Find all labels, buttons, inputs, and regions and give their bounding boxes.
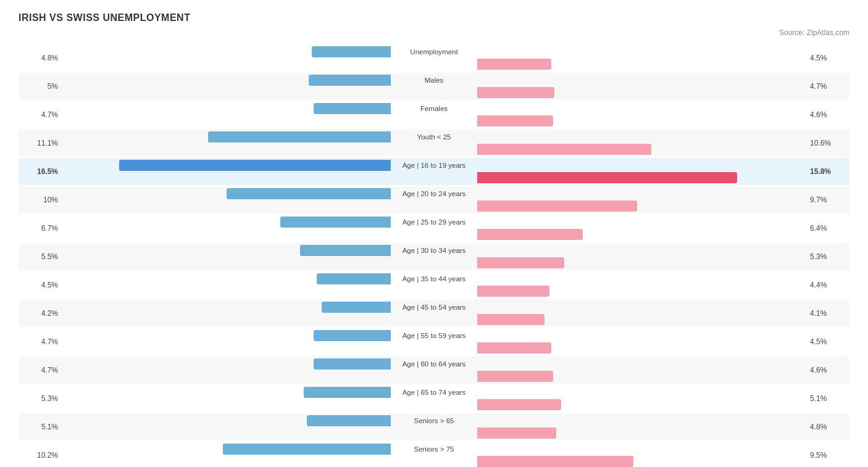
bars-area: Age | 25 to 29 years	[62, 217, 806, 240]
pink-right-wrap	[477, 428, 806, 439]
bar-label: Unemployment	[410, 48, 457, 56]
bar-pair: Age | 60 to 64 years	[62, 358, 806, 382]
chart-row: 4.7%Age | 60 to 64 years4.6%	[19, 357, 849, 384]
swiss-bar	[477, 342, 551, 353]
blue-left-wrap	[62, 444, 391, 455]
pink-right-wrap	[477, 144, 806, 155]
irish-bar	[309, 75, 391, 86]
pink-right-wrap	[477, 456, 806, 467]
swiss-bar	[477, 172, 737, 183]
blue-bar-row: Age | 65 to 74 years	[62, 387, 806, 398]
left-value: 4.2%	[19, 309, 62, 318]
pink-right-wrap	[477, 286, 806, 297]
irish-bar	[208, 131, 391, 143]
chart-row: 4.7%Age | 55 to 59 years4.5%	[19, 328, 849, 355]
bars-area: Seniors > 75	[62, 444, 806, 467]
bar-pair: Age | 65 to 74 years	[62, 387, 806, 410]
pink-bar-row	[62, 115, 806, 126]
bar-pair: Age | 25 to 29 years	[62, 217, 806, 240]
left-value: 5%	[19, 82, 62, 91]
bars-area: Youth < 25	[62, 131, 806, 155]
chart-row: 4.5%Age | 35 to 44 years4.4%	[19, 271, 849, 299]
bars-area: Age | 35 to 44 years	[62, 273, 806, 297]
pink-bar-row	[62, 144, 806, 155]
right-value: 4.4%	[806, 281, 849, 289]
blue-bar-row: Age | 55 to 59 years	[62, 330, 806, 341]
left-value: 10.2%	[19, 451, 62, 460]
pink-bar-row	[62, 229, 806, 240]
pink-bar-row	[62, 371, 806, 382]
swiss-bar	[477, 200, 637, 212]
bar-label: Age | 30 to 34 years	[403, 247, 466, 254]
blue-left-wrap	[62, 160, 391, 171]
irish-bar	[223, 444, 391, 455]
blue-left-wrap	[62, 245, 391, 256]
bars-area: Age | 16 to 19 years	[62, 160, 806, 183]
irish-bar	[304, 387, 391, 398]
bar-label: Age | 25 to 29 years	[403, 218, 466, 226]
chart-row: 4.8%Unemployment4.5%	[19, 44, 849, 72]
blue-bar-row: Age | 45 to 54 years	[62, 302, 806, 313]
irish-bar	[227, 188, 391, 199]
bar-label: Youth < 25	[417, 133, 451, 141]
bar-label: Age | 55 to 59 years	[403, 332, 466, 339]
left-value: 4.7%	[19, 337, 62, 346]
pink-right-wrap	[477, 371, 806, 382]
bars-area: Males	[62, 75, 806, 98]
irish-bar	[322, 302, 391, 313]
irish-bar	[314, 330, 391, 341]
pink-right-wrap	[477, 200, 806, 212]
pink-right-wrap	[477, 229, 806, 240]
blue-bar-row: Age | 30 to 34 years	[62, 245, 806, 256]
bars-area: Age | 45 to 54 years	[62, 302, 806, 325]
blue-bar-row: Age | 25 to 29 years	[62, 217, 806, 228]
bar-label: Age | 20 to 24 years	[403, 190, 466, 197]
chart-row: 16.5%Age | 16 to 19 years15.8%	[19, 158, 849, 185]
chart-row: 10.2%Seniors > 759.5%	[19, 442, 849, 467]
bar-pair: Age | 20 to 24 years	[62, 188, 806, 212]
blue-left-wrap	[62, 217, 391, 228]
irish-bar	[280, 217, 391, 228]
left-value: 6.7%	[19, 224, 62, 233]
right-value: 15.8%	[806, 167, 849, 176]
pink-bar-row	[62, 87, 806, 98]
bars-area: Age | 60 to 64 years	[62, 358, 806, 382]
blue-left-wrap	[62, 103, 391, 114]
right-value: 9.7%	[806, 196, 849, 204]
right-value: 4.6%	[806, 366, 849, 374]
blue-left-wrap	[62, 131, 391, 143]
right-value: 10.6%	[806, 139, 849, 147]
pink-right-wrap	[477, 87, 806, 98]
right-value: 9.5%	[806, 451, 849, 460]
blue-bar-row: Age | 35 to 44 years	[62, 273, 806, 284]
blue-left-wrap	[62, 188, 391, 199]
bar-label: Seniors > 65	[414, 417, 454, 424]
pink-bar-row	[62, 257, 806, 268]
right-value: 4.5%	[806, 337, 849, 346]
chart-row: 4.7%Females4.6%	[19, 101, 849, 128]
bar-label: Females	[420, 105, 448, 112]
bar-pair: Age | 55 to 59 years	[62, 330, 806, 353]
right-value: 6.4%	[806, 224, 849, 233]
bar-label: Age | 35 to 44 years	[403, 275, 466, 283]
blue-left-wrap	[62, 415, 391, 426]
chart-row: 11.1%Youth < 2510.6%	[19, 130, 849, 157]
right-value: 4.1%	[806, 309, 849, 318]
bar-label: Age | 16 to 19 years	[403, 162, 466, 169]
bar-pair: Youth < 25	[62, 131, 806, 155]
chart-row: 5%Males4.7%	[19, 73, 849, 100]
pink-bar-row	[62, 342, 806, 353]
irish-bar	[314, 358, 391, 370]
irish-bar	[312, 46, 391, 57]
swiss-bar	[477, 456, 633, 467]
swiss-bar	[477, 59, 551, 70]
left-value: 4.7%	[19, 366, 62, 374]
pink-bar-row	[62, 428, 806, 439]
source-label: Source: ZipAtlas.com	[19, 28, 849, 37]
swiss-bar	[477, 286, 549, 297]
blue-bar-row: Seniors > 75	[62, 444, 806, 455]
bar-pair: Unemployment	[62, 46, 806, 70]
bar-pair: Seniors > 75	[62, 444, 806, 467]
pink-right-wrap	[477, 59, 806, 70]
chart-row: 5.3%Age | 65 to 74 years5.1%	[19, 385, 849, 412]
